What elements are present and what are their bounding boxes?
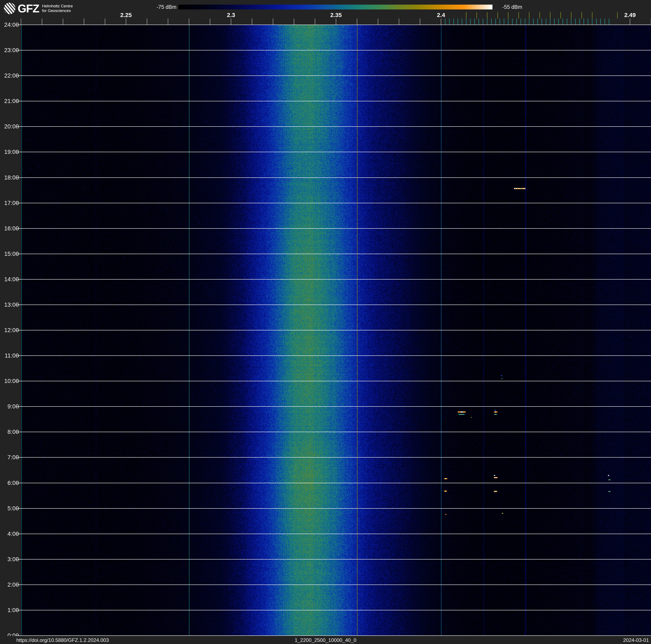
ble-channel-tick [474,19,475,25]
wifi-channel-tick [519,12,519,19]
ble-channel-tick [537,19,538,25]
hour-gridline [17,126,651,127]
hour-label: 23:00 [0,47,19,54]
hour-label: 13:00 [0,301,19,308]
header-bar: GFZ Helmholtz Centre for Geosciences -75… [0,0,651,25]
ble-channel-tick [487,19,488,25]
hour-gridline [17,483,651,483]
ble-channel-tick [504,19,504,25]
hour-gridline [17,508,651,509]
ble-channel-tick [550,19,550,25]
ble-channel-tick [483,19,483,25]
hour-label: 4:00 [0,530,19,537]
hour-gridline [17,25,651,25]
major-frequency-tick [147,19,147,25]
frequency-tick-label: 2.25 [114,12,138,19]
ble-channel-tick [541,19,542,25]
hour-label: 5:00 [0,505,19,512]
major-frequency-tick [420,19,420,25]
hour-gridline [17,432,651,432]
major-frequency-tick [357,19,357,25]
ble-channel-tick [517,19,517,25]
hour-gridline [17,330,651,330]
frequency-tick-label: 2.4 [428,12,454,19]
hour-gridline [17,254,651,254]
hour-label: 18:00 [0,174,19,181]
ble-channel-tick [521,19,521,25]
ble-channel-tick [609,19,609,25]
hour-gridline [17,228,651,229]
major-frequency-tick [273,19,273,25]
hour-label: 12:00 [0,327,19,333]
major-frequency-tick [105,19,105,25]
frequency-tick-label: 2.49 [617,12,643,19]
ble-channel-tick [558,19,559,25]
ble-channel-tick [462,19,462,25]
ble-channel-tick [596,19,597,25]
wifi-channel-tick [571,12,571,19]
ble-channel-tick [466,19,466,25]
hour-gridline [17,152,651,152]
major-frequency-tick [252,19,252,25]
hour-label: 11:00 [0,352,19,359]
ble-channel-tick [533,19,534,25]
major-frequency-tick [441,19,441,25]
hour-label: 14:00 [0,276,19,283]
hour-gridline [17,50,651,51]
ble-channel-tick [458,19,458,25]
hour-label: 22:00 [0,72,19,79]
major-frequency-tick [21,19,21,25]
hour-gridline [17,406,651,407]
hour-label: 7:00 [0,454,19,461]
ble-channel-tick [588,19,588,25]
major-frequency-tick [336,19,336,25]
major-frequency-tick [315,19,315,25]
ble-channel-tick [454,19,454,25]
logo-institute-name: Helmholtz Centre for Geosciences [42,4,73,13]
wifi-channel-tick [582,12,582,19]
ble-channel-tick [491,19,492,25]
ble-channel-tick [470,19,471,25]
hour-gridline [17,203,651,203]
hour-label: 19:00 [0,149,19,155]
wifi-channel-tick [466,12,466,19]
wifi-channel-tick [487,12,488,19]
wifi-channel-tick [508,12,508,19]
logo-name-line2: for Geosciences [42,8,71,13]
gfz-globe-icon [4,2,16,14]
hour-gridline [17,635,651,636]
gfz-logo: GFZ Helmholtz Centre for Geosciences [4,2,73,14]
colorbar-gradient [179,5,492,9]
wifi-channel-tick [550,12,550,19]
wifi-channel-tick [560,12,561,19]
major-frequency-tick [42,19,42,25]
hour-gridline [17,177,651,178]
ble-channel-tick [525,19,525,25]
wifi-channel-tick [529,12,529,19]
major-frequency-tick [189,19,189,25]
hour-gridline [17,381,651,381]
hour-gridline [17,279,651,280]
colorbar-min-label: -75 dBm [156,4,177,10]
hour-label: 24:00 [0,22,19,28]
ble-channel-tick [575,19,576,25]
hour-label: 15:00 [0,251,19,257]
major-frequency-tick [63,19,63,25]
ble-channel-tick [584,19,584,25]
hour-gridline [17,304,651,305]
hour-gridline [17,457,651,458]
colorbar-max-label: -55 dBm [502,4,544,10]
hour-label: 3:00 [0,556,19,563]
hour-label: 8:00 [0,429,19,435]
ble-channel-tick [500,19,500,25]
hour-gridline [17,355,651,356]
major-frequency-tick [378,19,378,25]
ble-channel-tick [512,19,513,25]
wifi-channel-tick [592,12,592,19]
hour-label: 20:00 [0,123,19,130]
hour-label: 1:00 [0,607,19,614]
hour-gridline [17,534,651,534]
hour-gridline [17,610,651,610]
major-frequency-tick [168,19,168,25]
ble-channel-tick [604,19,605,25]
